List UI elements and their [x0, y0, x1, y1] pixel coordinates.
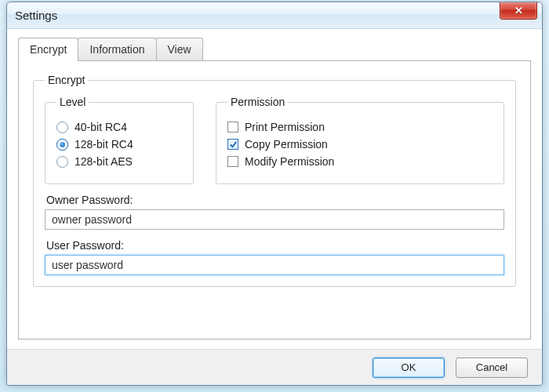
- checkbox-label: Copy Permission: [245, 138, 328, 151]
- radio-label: 128-bit RC4: [75, 138, 133, 151]
- settings-dialog: Settings ✕ Encrypt Information View Encr…: [6, 2, 543, 386]
- ok-button[interactable]: OK: [373, 358, 445, 378]
- title-bar: Settings ✕: [7, 2, 542, 29]
- tab-view[interactable]: View: [156, 38, 203, 60]
- permission-group: Permission Print Permission Copy Permi: [216, 96, 504, 184]
- radio-label: 128-bit AES: [75, 155, 133, 168]
- checkbox-icon: [227, 156, 238, 167]
- encrypt-group-label: Encrypt: [45, 74, 88, 86]
- close-button[interactable]: ✕: [500, 2, 537, 20]
- encrypt-group: Encrypt Level 40-bit RC4 128-bit RC4: [33, 74, 516, 287]
- checkbox-icon: [227, 139, 238, 150]
- window-title: Settings: [15, 9, 57, 22]
- radio-40bit-rc4[interactable]: 40-bit RC4: [56, 121, 182, 133]
- radio-128bit-aes[interactable]: 128-bit AES: [56, 155, 182, 168]
- checkbox-label: Print Permission: [245, 121, 325, 133]
- checkbox-label: Modify Permission: [245, 155, 334, 168]
- client-area: Encrypt Information View Encrypt Level 4…: [7, 29, 542, 349]
- encrypt-top-row: Level 40-bit RC4 128-bit RC4 128-bit AES: [45, 96, 504, 184]
- tab-information[interactable]: Information: [78, 38, 156, 60]
- user-password-input[interactable]: [45, 255, 504, 275]
- checkbox-modify-permission[interactable]: Modify Permission: [227, 155, 493, 168]
- checkbox-print-permission[interactable]: Print Permission: [227, 121, 493, 133]
- radio-128bit-rc4[interactable]: 128-bit RC4: [56, 138, 182, 151]
- level-group: Level 40-bit RC4 128-bit RC4 128-bit AES: [45, 96, 194, 184]
- level-group-label: Level: [56, 96, 89, 108]
- user-password-label: User Password:: [46, 239, 504, 252]
- cancel-button[interactable]: Cancel: [456, 358, 528, 378]
- radio-icon: [56, 122, 68, 133]
- checkbox-icon: [227, 122, 238, 132]
- owner-password-label: Owner Password:: [46, 194, 504, 206]
- tab-strip: Encrypt Information View: [18, 37, 531, 60]
- close-icon: ✕: [514, 5, 523, 16]
- owner-password-input[interactable]: [45, 209, 504, 230]
- permission-group-label: Permission: [227, 96, 288, 108]
- window-controls: ✕: [500, 2, 542, 28]
- checkbox-copy-permission[interactable]: Copy Permission: [227, 138, 493, 151]
- tab-panel-encrypt: Encrypt Level 40-bit RC4 128-bit RC4: [18, 60, 531, 339]
- radio-icon: [56, 156, 68, 168]
- tab-encrypt[interactable]: Encrypt: [18, 38, 78, 61]
- radio-icon: [56, 139, 68, 151]
- radio-label: 40-bit RC4: [75, 121, 127, 133]
- dialog-button-row: OK Cancel: [7, 349, 542, 385]
